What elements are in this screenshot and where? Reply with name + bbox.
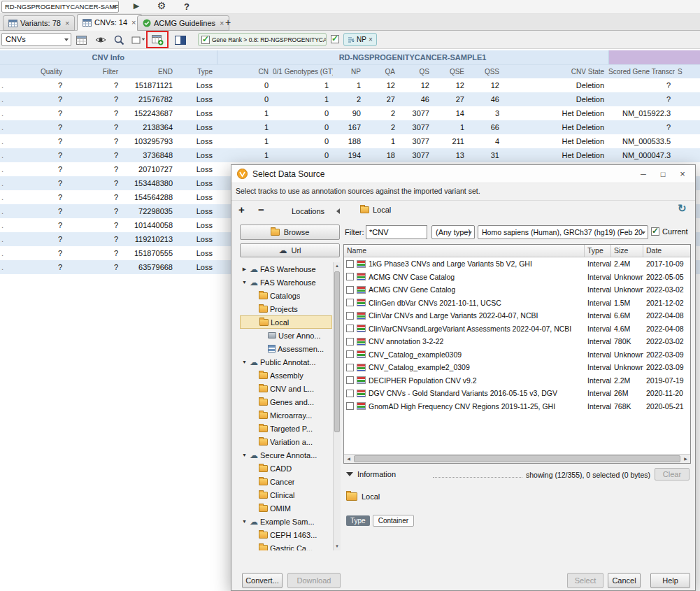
tab-variants[interactable]: Variants: 78 × xyxy=(3,15,75,31)
close-tab-icon[interactable]: × xyxy=(220,19,224,27)
close-tab-icon[interactable]: × xyxy=(65,19,69,27)
close-tab-icon[interactable]: × xyxy=(131,18,136,27)
filter-enabled-checkbox[interactable] xyxy=(201,36,210,44)
source-checkbox[interactable] xyxy=(346,390,354,397)
tree-expand-icon[interactable]: ▼ xyxy=(241,519,248,524)
tree-item[interactable]: Gastric Ca... xyxy=(240,541,332,550)
column-header[interactable]: QS xyxy=(399,64,434,78)
cnv-table-row[interactable]: .??152243687Loss109023077143Het Deletion… xyxy=(0,106,700,120)
browse-button[interactable]: Browse xyxy=(240,225,340,240)
list-column-header[interactable]: Date xyxy=(643,245,690,257)
list-column-header[interactable]: Size xyxy=(611,245,643,257)
column-header[interactable]: 0/1 Genotypes (GT) xyxy=(273,64,333,78)
group-header-scored[interactable] xyxy=(608,50,700,64)
split-view-button[interactable] xyxy=(172,33,189,47)
column-header[interactable]: CN xyxy=(217,64,273,78)
column-header[interactable]: Filter xyxy=(66,64,122,78)
source-checkbox[interactable] xyxy=(346,260,354,268)
data-source-row[interactable]: ClinVar CNVs and Large Variants 2022-04-… xyxy=(344,309,690,322)
collapse-information-icon[interactable] xyxy=(346,472,353,480)
source-checkbox[interactable] xyxy=(346,350,354,358)
tree-item[interactable]: OMIM xyxy=(240,501,332,515)
data-source-row[interactable]: CNV_Catalog_example2_0309IntervalUnknown… xyxy=(344,361,690,374)
source-checkbox[interactable] xyxy=(346,312,354,320)
sort-enabled-checkbox[interactable] xyxy=(331,35,339,43)
remove-sort-icon[interactable]: × xyxy=(369,36,373,43)
tree-item[interactable]: Local xyxy=(240,315,332,329)
data-source-row[interactable]: GnomAD High Frequency CNV Regions 2019-1… xyxy=(344,400,690,413)
remove-location-button[interactable]: − xyxy=(258,204,264,215)
tree-item[interactable]: Genes and... xyxy=(240,395,332,408)
select-button[interactable]: Select xyxy=(567,573,603,588)
column-header[interactable]: Type xyxy=(177,64,217,78)
source-checkbox[interactable] xyxy=(346,273,354,280)
new-tab-button[interactable]: + xyxy=(225,17,231,28)
tree-item[interactable]: Assembly xyxy=(240,369,332,382)
scroll-left-icon[interactable] xyxy=(344,455,353,463)
column-header[interactable]: NP xyxy=(333,64,365,78)
tree-item[interactable]: Catalogs xyxy=(240,289,332,302)
download-button[interactable]: Download xyxy=(287,573,341,588)
column-header[interactable]: QSS xyxy=(469,64,503,78)
genome-select[interactable]: Homo sapiens (Human), GRCh37 (hg19) (Feb… xyxy=(478,225,648,239)
group-header-cnv-info[interactable]: CNV Info xyxy=(0,50,217,64)
source-checkbox[interactable] xyxy=(346,364,354,371)
data-source-row[interactable]: CNV annotation 3-2-22Interval780K2022-03… xyxy=(344,335,690,348)
select-region-button[interactable] xyxy=(130,33,147,47)
column-header[interactable]: QA xyxy=(365,64,399,78)
tree-item[interactable]: Microarray... xyxy=(240,408,332,422)
tree-item[interactable]: ▶☁FAS Warehouse xyxy=(240,262,332,276)
data-source-row[interactable]: 1kG Phase3 CNVs and Large Variants 5b V2… xyxy=(344,257,690,271)
filter-input[interactable] xyxy=(366,225,427,239)
source-checkbox[interactable] xyxy=(346,299,354,306)
data-source-row[interactable]: CNV_Catalog_example0309IntervalUnknown20… xyxy=(344,348,690,362)
column-header[interactable]: Quality xyxy=(8,64,66,78)
data-source-row[interactable]: DECIPHER Population CNV v9.2Interval2.2M… xyxy=(344,374,690,387)
tree-item[interactable]: Clinical xyxy=(240,488,332,501)
tree-item[interactable]: ▼☁Example Sam... xyxy=(240,515,332,528)
tab-acmg-guidelines[interactable]: ACMG Guidelines × xyxy=(137,15,229,31)
locations-label[interactable]: Locations xyxy=(292,207,324,215)
zoom-to-sample-button[interactable] xyxy=(110,33,127,47)
settings-button[interactable]: ⚙ xyxy=(155,0,168,11)
cnv-table-row[interactable]: .??103295793Loss10188130772114Het Deleti… xyxy=(0,134,700,148)
current-filter[interactable]: Current xyxy=(651,227,688,236)
tree-item[interactable]: User Anno... xyxy=(240,329,332,342)
filter-chip-gene-rank[interactable]: Gene Rank > 0.8: RD-NGSPROGENITYCANCER-S… xyxy=(198,33,327,46)
source-checkbox[interactable] xyxy=(346,376,354,384)
help-button[interactable]: Help xyxy=(650,573,690,588)
scroll-down-icon[interactable] xyxy=(334,543,341,550)
url-button[interactable]: ☁ Url xyxy=(240,243,340,257)
sort-chip-np[interactable]: NP × xyxy=(343,33,377,46)
scroll-right-icon[interactable] xyxy=(681,455,690,463)
data-source-row[interactable]: ACMG CNV Gene CatalogIntervalUnknown2022… xyxy=(344,283,690,297)
tree-expand-icon[interactable]: ▼ xyxy=(241,280,248,285)
scroll-up-icon[interactable] xyxy=(334,262,341,270)
tab-cnvs[interactable]: CNVs: 14 × xyxy=(77,14,142,31)
tree-item[interactable]: Targeted P... xyxy=(240,422,332,435)
data-source-row[interactable]: ClinGen dbVar CNVs 2021-10-11, UCSCInter… xyxy=(344,297,690,310)
source-checkbox[interactable] xyxy=(346,286,354,294)
source-checkbox[interactable] xyxy=(346,338,354,346)
column-header[interactable]: QSE xyxy=(434,64,469,78)
tree-item[interactable]: CEPH 1463... xyxy=(240,528,332,541)
horizontal-scrollbar[interactable] xyxy=(344,454,690,463)
collapse-locations-icon[interactable] xyxy=(334,208,340,214)
run-button[interactable]: ▶ xyxy=(130,1,143,10)
table-options-button[interactable] xyxy=(73,33,90,47)
cancel-button[interactable]: Cancel xyxy=(608,573,641,588)
maximize-button[interactable]: □ xyxy=(653,165,673,183)
column-header[interactable]: CNV State xyxy=(503,64,608,78)
view-selector[interactable]: CNVs xyxy=(1,33,71,46)
tree-item[interactable]: Projects xyxy=(240,302,332,315)
tree-item[interactable]: Variation a... xyxy=(240,435,332,448)
close-button[interactable]: × xyxy=(673,165,692,183)
cnv-table-row[interactable]: .??3736848Loss101941830771331Het Deletio… xyxy=(0,148,700,162)
group-header-sample[interactable]: RD-NGSPROGENITYCANCER-SAMPLE1 xyxy=(217,50,608,64)
tree-item[interactable]: ▼☁FAS Warehouse xyxy=(240,276,332,289)
convert-button[interactable]: Convert... xyxy=(242,573,283,588)
help-button[interactable]: ? xyxy=(180,1,193,12)
cnv-table-row[interactable]: .??21576782Loss01227462746Deletion? xyxy=(0,92,700,106)
minimize-button[interactable]: ─ xyxy=(634,165,653,183)
cnv-table-row[interactable]: .??151871121Loss01112121212Deletion? xyxy=(0,78,700,92)
